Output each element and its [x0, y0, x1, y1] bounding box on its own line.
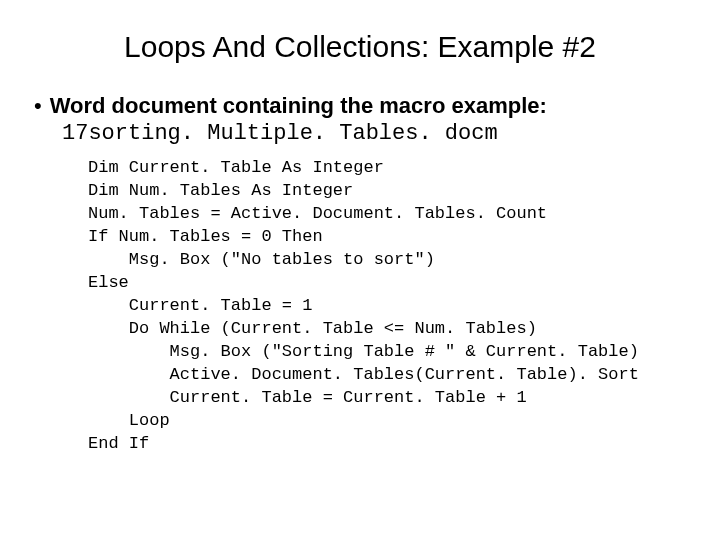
slide: Loops And Collections: Example #2 • Word…: [0, 0, 720, 540]
code-block: Dim Current. Table As Integer Dim Num. T…: [88, 156, 680, 455]
bullet-item: • Word document containing the macro exa…: [34, 92, 680, 120]
filename-text: 17sorting. Multiple. Tables. docm: [62, 120, 680, 148]
bullet-marker: •: [34, 92, 42, 120]
bullet-text: Word document containing the macro examp…: [50, 92, 547, 120]
slide-title: Loops And Collections: Example #2: [40, 30, 680, 64]
